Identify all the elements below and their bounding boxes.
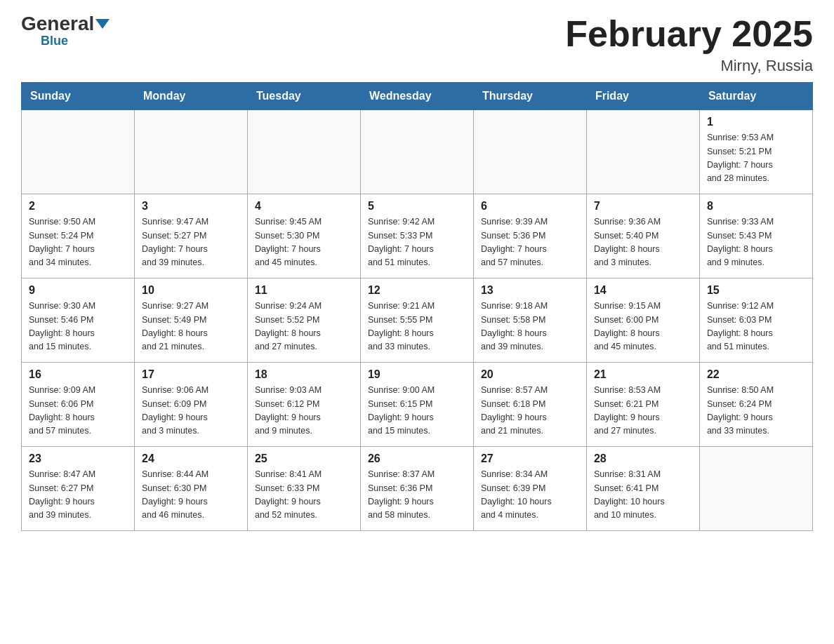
day-number: 17	[142, 368, 240, 381]
day-info: Sunrise: 9:45 AMSunset: 5:30 PMDaylight:…	[255, 215, 353, 270]
calendar-day: 23Sunrise: 8:47 AMSunset: 6:27 PMDayligh…	[22, 447, 135, 531]
day-number: 22	[707, 368, 805, 381]
day-info: Sunrise: 8:44 AMSunset: 6:30 PMDaylight:…	[142, 468, 240, 523]
calendar-day	[699, 447, 812, 531]
calendar-day: 28Sunrise: 8:31 AMSunset: 6:41 PMDayligh…	[586, 447, 699, 531]
calendar-day: 25Sunrise: 8:41 AMSunset: 6:33 PMDayligh…	[247, 447, 360, 531]
day-info: Sunrise: 9:03 AMSunset: 6:12 PMDaylight:…	[255, 384, 353, 438]
day-info: Sunrise: 9:36 AMSunset: 5:40 PMDaylight:…	[594, 215, 692, 270]
day-info: Sunrise: 9:50 AMSunset: 5:24 PMDaylight:…	[29, 215, 127, 270]
calendar-week-2: 2Sunrise: 9:50 AMSunset: 5:24 PMDaylight…	[22, 194, 813, 279]
day-info: Sunrise: 8:47 AMSunset: 6:27 PMDaylight:…	[29, 468, 127, 523]
day-number: 11	[255, 284, 353, 297]
day-number: 24	[142, 452, 240, 465]
weekday-header-tuesday: Tuesday	[247, 83, 360, 110]
day-info: Sunrise: 9:33 AMSunset: 5:43 PMDaylight:…	[707, 215, 805, 270]
calendar-body: 1Sunrise: 9:53 AMSunset: 5:21 PMDaylight…	[22, 110, 813, 531]
day-info: Sunrise: 9:12 AMSunset: 6:03 PMDaylight:…	[707, 300, 805, 354]
logo: General Blue	[21, 14, 110, 48]
calendar-day: 20Sunrise: 8:57 AMSunset: 6:18 PMDayligh…	[473, 363, 586, 447]
day-number: 18	[255, 368, 353, 381]
day-number: 16	[29, 368, 127, 381]
calendar-day	[247, 110, 360, 194]
day-info: Sunrise: 9:42 AMSunset: 5:33 PMDaylight:…	[368, 215, 466, 270]
weekday-header-monday: Monday	[134, 83, 247, 110]
calendar-day: 17Sunrise: 9:06 AMSunset: 6:09 PMDayligh…	[134, 363, 247, 447]
calendar-day: 13Sunrise: 9:18 AMSunset: 5:58 PMDayligh…	[473, 279, 586, 363]
day-info: Sunrise: 9:00 AMSunset: 6:15 PMDaylight:…	[368, 384, 466, 438]
day-info: Sunrise: 8:50 AMSunset: 6:24 PMDaylight:…	[707, 384, 805, 438]
calendar-table: SundayMondayTuesdayWednesdayThursdayFrid…	[21, 82, 813, 531]
day-info: Sunrise: 9:18 AMSunset: 5:58 PMDaylight:…	[481, 300, 579, 354]
day-info: Sunrise: 9:27 AMSunset: 5:49 PMDaylight:…	[142, 300, 240, 354]
calendar-day: 6Sunrise: 9:39 AMSunset: 5:36 PMDaylight…	[473, 194, 586, 279]
calendar-day: 5Sunrise: 9:42 AMSunset: 5:33 PMDaylight…	[360, 194, 473, 279]
calendar-day: 21Sunrise: 8:53 AMSunset: 6:21 PMDayligh…	[586, 363, 699, 447]
weekday-header-wednesday: Wednesday	[360, 83, 473, 110]
day-info: Sunrise: 8:53 AMSunset: 6:21 PMDaylight:…	[594, 384, 692, 438]
day-number: 20	[481, 368, 579, 381]
day-info: Sunrise: 9:30 AMSunset: 5:46 PMDaylight:…	[29, 300, 127, 354]
calendar-day: 1Sunrise: 9:53 AMSunset: 5:21 PMDaylight…	[699, 110, 812, 194]
day-number: 27	[481, 452, 579, 465]
calendar-day: 14Sunrise: 9:15 AMSunset: 6:00 PMDayligh…	[586, 279, 699, 363]
calendar-day: 19Sunrise: 9:00 AMSunset: 6:15 PMDayligh…	[360, 363, 473, 447]
calendar-day: 22Sunrise: 8:50 AMSunset: 6:24 PMDayligh…	[699, 363, 812, 447]
day-info: Sunrise: 9:09 AMSunset: 6:06 PMDaylight:…	[29, 384, 127, 438]
day-info: Sunrise: 9:53 AMSunset: 5:21 PMDaylight:…	[707, 131, 805, 186]
calendar-header: SundayMondayTuesdayWednesdayThursdayFrid…	[22, 83, 813, 110]
logo-triangle-icon	[95, 19, 110, 29]
day-number: 21	[594, 368, 692, 381]
day-info: Sunrise: 9:21 AMSunset: 5:55 PMDaylight:…	[368, 300, 466, 354]
calendar-day: 26Sunrise: 8:37 AMSunset: 6:36 PMDayligh…	[360, 447, 473, 531]
calendar-day: 3Sunrise: 9:47 AMSunset: 5:27 PMDaylight…	[134, 194, 247, 279]
day-number: 2	[29, 200, 127, 213]
calendar-week-5: 23Sunrise: 8:47 AMSunset: 6:27 PMDayligh…	[22, 447, 813, 531]
weekday-header-thursday: Thursday	[473, 83, 586, 110]
day-info: Sunrise: 9:39 AMSunset: 5:36 PMDaylight:…	[481, 215, 579, 270]
calendar-day: 27Sunrise: 8:34 AMSunset: 6:39 PMDayligh…	[473, 447, 586, 531]
calendar-day	[22, 110, 135, 194]
title-section: February 2025 Mirny, Russia	[565, 14, 813, 75]
day-number: 3	[142, 200, 240, 213]
page-header: General Blue February 2025 Mirny, Russia	[21, 14, 813, 75]
calendar-day: 18Sunrise: 9:03 AMSunset: 6:12 PMDayligh…	[247, 363, 360, 447]
day-number: 14	[594, 284, 692, 297]
calendar-day	[360, 110, 473, 194]
day-info: Sunrise: 8:34 AMSunset: 6:39 PMDaylight:…	[481, 468, 579, 523]
calendar-day: 10Sunrise: 9:27 AMSunset: 5:49 PMDayligh…	[134, 279, 247, 363]
logo-general-text: General	[21, 14, 110, 34]
day-info: Sunrise: 9:24 AMSunset: 5:52 PMDaylight:…	[255, 300, 353, 354]
day-number: 23	[29, 452, 127, 465]
day-number: 4	[255, 200, 353, 213]
day-info: Sunrise: 9:06 AMSunset: 6:09 PMDaylight:…	[142, 384, 240, 438]
calendar-day: 24Sunrise: 8:44 AMSunset: 6:30 PMDayligh…	[134, 447, 247, 531]
day-number: 28	[594, 452, 692, 465]
day-info: Sunrise: 8:31 AMSunset: 6:41 PMDaylight:…	[594, 468, 692, 523]
day-number: 8	[707, 200, 805, 213]
calendar-week-3: 9Sunrise: 9:30 AMSunset: 5:46 PMDaylight…	[22, 279, 813, 363]
weekday-header-row: SundayMondayTuesdayWednesdayThursdayFrid…	[22, 83, 813, 110]
calendar-day: 9Sunrise: 9:30 AMSunset: 5:46 PMDaylight…	[22, 279, 135, 363]
day-number: 15	[707, 284, 805, 297]
day-number: 5	[368, 200, 466, 213]
day-number: 6	[481, 200, 579, 213]
calendar-day: 2Sunrise: 9:50 AMSunset: 5:24 PMDaylight…	[22, 194, 135, 279]
calendar-week-4: 16Sunrise: 9:09 AMSunset: 6:06 PMDayligh…	[22, 363, 813, 447]
day-info: Sunrise: 9:15 AMSunset: 6:00 PMDaylight:…	[594, 300, 692, 354]
weekday-header-saturday: Saturday	[699, 83, 812, 110]
calendar-day: 16Sunrise: 9:09 AMSunset: 6:06 PMDayligh…	[22, 363, 135, 447]
calendar-day: 4Sunrise: 9:45 AMSunset: 5:30 PMDaylight…	[247, 194, 360, 279]
day-number: 10	[142, 284, 240, 297]
day-number: 9	[29, 284, 127, 297]
day-info: Sunrise: 9:47 AMSunset: 5:27 PMDaylight:…	[142, 215, 240, 270]
day-info: Sunrise: 8:37 AMSunset: 6:36 PMDaylight:…	[368, 468, 466, 523]
calendar-day	[473, 110, 586, 194]
weekday-header-friday: Friday	[586, 83, 699, 110]
logo-blue-text: Blue	[41, 34, 68, 48]
calendar-subtitle: Mirny, Russia	[565, 57, 813, 75]
day-number: 26	[368, 452, 466, 465]
calendar-title: February 2025	[565, 14, 813, 54]
calendar-day: 7Sunrise: 9:36 AMSunset: 5:40 PMDaylight…	[586, 194, 699, 279]
calendar-day: 8Sunrise: 9:33 AMSunset: 5:43 PMDaylight…	[699, 194, 812, 279]
